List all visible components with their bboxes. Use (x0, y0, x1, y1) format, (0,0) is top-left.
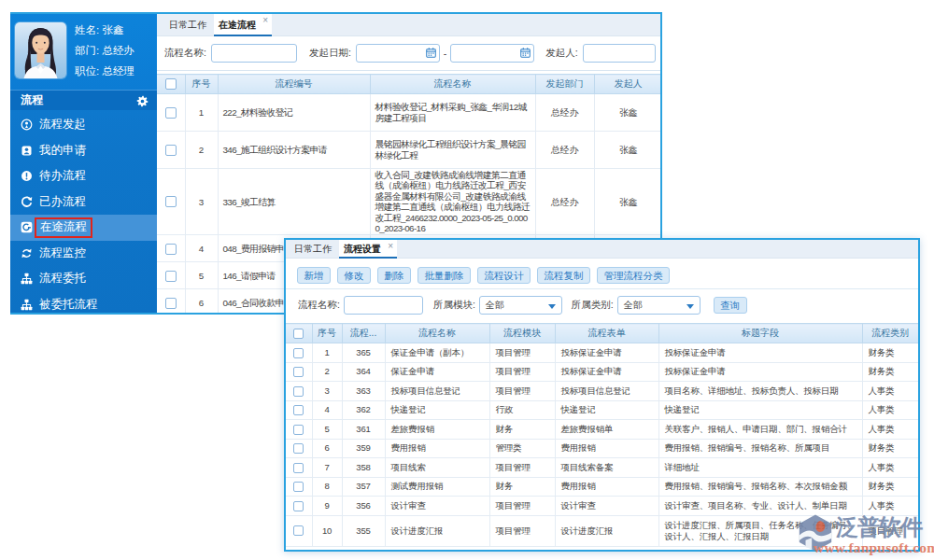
cell-form: 设计进度汇报 (555, 515, 658, 546)
cell-flow-id: 361 (342, 420, 385, 440)
table-row[interactable]: 3363投标项目信息登记项目管理投标项目信息登记项目名称、详细地址、投标负责人、… (286, 382, 918, 401)
cell-flow-id: 365 (342, 343, 385, 363)
table-row[interactable]: 8357测试费用报销财务费用报销费用报销、报销编号、报销名称、本次报销金额财务类 (286, 477, 918, 497)
cell-checkbox (286, 497, 312, 516)
table-row[interactable]: 2364保证金申请项目管理投标保证金申请投标保证金申请财务类 (286, 362, 918, 382)
header-cell: 发起部门 (535, 75, 594, 94)
cell-no: 3 (312, 382, 342, 401)
row-checkbox[interactable] (293, 405, 304, 415)
edit-button[interactable]: 修改 (337, 267, 371, 284)
cell-no: 6 (312, 439, 342, 458)
select-all-checkbox[interactable] (293, 329, 304, 339)
cell-category: 项目管理 (862, 515, 918, 546)
cell-no: 1 (185, 94, 218, 132)
cell-checkbox (286, 382, 312, 401)
cell-checkbox (286, 420, 312, 440)
add-button[interactable]: 新增 (297, 267, 331, 284)
cell-flow-name: 晨铭园林绿化工程组织设计方案_晨铭园林绿化工程 (370, 132, 535, 169)
row-checkbox[interactable] (165, 196, 177, 207)
calendar-icon[interactable] (426, 48, 436, 58)
sidebar-item-delegated-flows[interactable]: 被委托流程 (10, 292, 157, 315)
search-button[interactable]: 查询 (714, 297, 747, 314)
sitemap-icon (21, 273, 33, 285)
sidebar-item-flow-monitor[interactable]: 流程监控 (10, 241, 157, 267)
gear-icon[interactable] (136, 94, 149, 114)
flow-name-input[interactable] (211, 44, 297, 63)
initiator-input[interactable] (583, 44, 656, 63)
row-checkbox[interactable] (165, 244, 177, 255)
table-row[interactable]: 3336_竣工结算收入合同_改建铁路成渝线增建第二直通线（成渝枢纽）电力线路迁改… (157, 169, 660, 235)
tab-daily-work[interactable]: 日常工作 (290, 240, 336, 259)
table-header-row: 序号流程编号流程名称发起部门发起人 (157, 75, 660, 94)
date-from-field (356, 44, 440, 63)
tab-flow-settings[interactable]: 流程设置× (339, 240, 397, 259)
select-all-checkbox[interactable] (165, 78, 177, 90)
category-select[interactable]: 全部 (617, 296, 700, 315)
row-checkbox[interactable] (293, 463, 304, 473)
row-checkbox[interactable] (293, 501, 304, 511)
tab-label: 流程设置 (344, 244, 381, 254)
table-row[interactable]: 9356设计审查项目管理设计审查设计审查、项目名称、专业、设计人、制单日期人事类 (286, 497, 918, 516)
flow-name-label: 流程名称: (298, 299, 340, 312)
tab-label: 日常工作 (169, 20, 206, 30)
sidebar-item-todo-flows[interactable]: 待办流程 (10, 163, 157, 189)
module-label: 所属模块: (433, 299, 475, 312)
date-to-field (450, 44, 534, 63)
sidebar-item-my-applications[interactable]: 我的申请 (10, 138, 157, 164)
row-checkbox[interactable] (293, 482, 304, 492)
tab-daily-work[interactable]: 日常工作 (164, 14, 211, 36)
tab-in-transit-flows[interactable]: 在途流程× (214, 14, 272, 36)
cell-category: 财务类 (862, 477, 918, 497)
cell-category: 财务类 (862, 362, 918, 382)
table-row[interactable]: 7358项目线索项目管理项目线索备案详细地址人事类 (286, 458, 918, 478)
row-checkbox[interactable] (293, 525, 304, 536)
cell-flow-code: 222_材料验收登记 (218, 94, 370, 132)
cell-no: 6 (185, 289, 218, 313)
manage-flow-category-button[interactable]: 管理流程分类 (597, 267, 670, 284)
sidebar-item-in-transit-flows[interactable]: 在途流程 (10, 215, 157, 241)
sidebar-item-flow-delegate[interactable]: 流程委托 (10, 266, 157, 292)
sidebar-item-done-flows[interactable]: 已办流程 (10, 189, 157, 216)
table-row[interactable]: 1365保证金申请（副本）项目管理投标保证金申请投标保证金申请财务类 (286, 343, 918, 363)
row-checkbox[interactable] (293, 425, 304, 435)
cell-flow-name: 快递登记 (385, 400, 489, 420)
row-checkbox[interactable] (165, 271, 177, 282)
row-checkbox[interactable] (293, 348, 304, 358)
sidebar-item-label: 流程发起 (39, 117, 86, 133)
sidebar-item-label: 流程监控 (39, 245, 86, 261)
calendar-icon[interactable] (520, 48, 531, 58)
delete-button[interactable]: 删除 (377, 267, 411, 284)
row-checkbox[interactable] (293, 386, 304, 397)
sidebar-item-flow-initiate[interactable]: 流程发起 (10, 112, 157, 138)
cell-no: 1 (312, 343, 342, 363)
flow-name-input[interactable] (344, 296, 423, 315)
cell-flow-code: 336_竣工结算 (218, 169, 370, 235)
flow-copy-button[interactable]: 流程复制 (537, 267, 590, 284)
table-row[interactable]: 1222_材料验收登记材料验收登记_材料采购_张鑫_华润12城房建工程项目总经办… (157, 94, 660, 132)
cell-flow-name: 设计进度汇报 (385, 515, 489, 546)
table-row[interactable]: 5361差旅费报销财务差旅费报销单关联客户、报销人、申请日期、部门、报销合计人事… (286, 420, 918, 440)
row-checkbox[interactable] (165, 298, 177, 309)
close-icon[interactable]: × (262, 16, 268, 24)
cell-flow-id: 364 (342, 362, 385, 382)
module-select[interactable]: 全部 (479, 296, 562, 315)
table-row[interactable]: 10355设计进度汇报项目管理设计进度汇报设计进度汇报、所属项目、任务名称、任务… (286, 515, 918, 546)
cell-checkbox (286, 477, 312, 497)
flow-design-button[interactable]: 流程设计 (477, 267, 531, 284)
close-icon[interactable]: × (388, 242, 393, 250)
table-row[interactable]: 4362快递登记行政快递登记快递登记人事类 (286, 400, 918, 420)
header-cell: 流程模块 (489, 324, 555, 343)
row-checkbox[interactable] (293, 443, 304, 454)
cell-title-fields: 详细地址 (658, 458, 862, 478)
table-row[interactable]: 6359费用报销管理类费用报销费用报销、报销编号、报销名称、所属项目财务类 (286, 439, 918, 458)
cell-flow-name: 项目线索 (385, 458, 489, 478)
cell-no: 5 (312, 420, 342, 440)
cell-flow-id: 355 (342, 515, 385, 546)
row-checkbox[interactable] (165, 145, 177, 156)
row-checkbox[interactable] (293, 367, 304, 377)
start-date-label: 发起日期: (309, 47, 351, 60)
batch-delete-button[interactable]: 批量删除 (417, 267, 471, 284)
table-row[interactable]: 2346_施工组织设计方案申请晨铭园林绿化工程组织设计方案_晨铭园林绿化工程总经… (157, 132, 660, 169)
cell-dept: 总经办 (535, 94, 594, 132)
row-checkbox[interactable] (165, 107, 177, 119)
